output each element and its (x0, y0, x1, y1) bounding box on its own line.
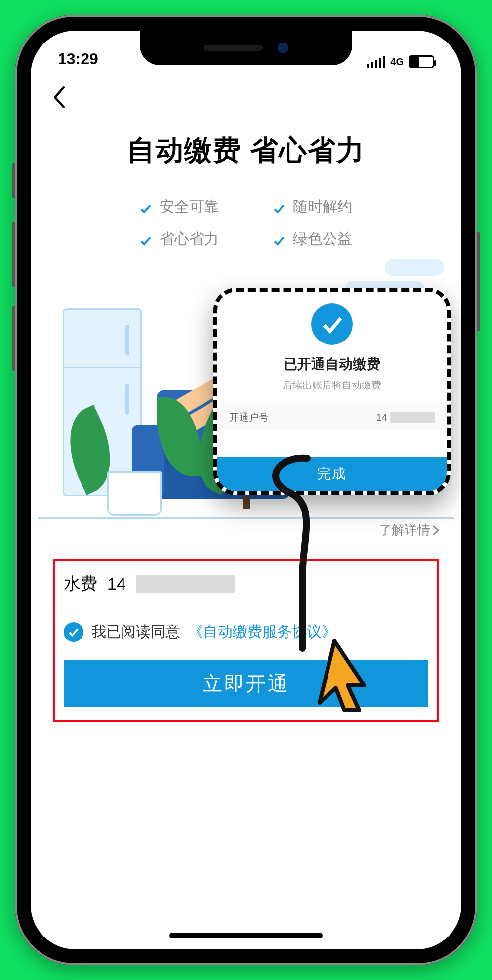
phone-frame: 13:29 4G 自动缴费 省心省力 安 (15, 15, 477, 965)
screen: 13:29 4G 自动缴费 省心省力 安 (31, 31, 461, 949)
popup-account-row: 开通户号 14 (217, 404, 447, 430)
popup-account-prefix: 14 (376, 412, 387, 423)
status-time: 13:29 (58, 50, 98, 68)
battery-icon (409, 55, 434, 68)
back-button[interactable] (48, 86, 71, 109)
popup-account-redacted (390, 412, 435, 423)
feature-item: 绿色公益 (273, 229, 352, 249)
feature-label: 安全可靠 (160, 197, 219, 217)
feature-item: 安全可靠 (140, 197, 219, 217)
account-prefix: 14 (107, 574, 126, 594)
agreement-text: 我已阅读同意 (91, 622, 180, 642)
feature-label: 绿色公益 (293, 229, 352, 249)
feature-label: 省心省力 (160, 229, 219, 249)
popup-done-button[interactable]: 完成 (217, 457, 447, 491)
volume-down-button (12, 306, 15, 371)
chevron-right-icon (432, 525, 439, 536)
activate-button[interactable]: 立即开通 (64, 660, 428, 707)
account-redacted (136, 575, 235, 593)
popup-subtitle: 后续出账后将自动缴费 (283, 379, 381, 392)
power-button (477, 232, 480, 331)
learn-more-label: 了解详情 (379, 521, 430, 539)
learn-more-link[interactable]: 了解详情 (379, 521, 439, 539)
feature-item: 随时解约 (273, 197, 352, 217)
feature-label: 随时解约 (293, 197, 352, 217)
bill-type: 水费 (64, 572, 97, 595)
agreement-checkbox[interactable] (64, 622, 83, 642)
chevron-left-icon (52, 86, 66, 108)
check-icon (140, 201, 152, 213)
activation-panel: 水费 14 我已阅读同意 《自动缴费服务协议》 立即开通 (53, 559, 439, 722)
popup-title: 已开通自动缴费 (284, 355, 380, 374)
success-check-icon (311, 303, 353, 345)
nav-bar (31, 75, 461, 120)
check-icon (273, 201, 285, 213)
status-network: 4G (390, 56, 404, 68)
svg-marker-0 (320, 641, 364, 710)
agreement-row: 我已阅读同意 《自动缴费服务协议》 (64, 622, 428, 642)
volume-up-button (12, 222, 15, 287)
notch (140, 31, 352, 65)
mute-switch (12, 163, 15, 198)
feature-list: 安全可靠 省心省力 随时解约 (53, 197, 439, 249)
signal-icon (367, 56, 385, 68)
account-row: 水费 14 (64, 572, 428, 595)
page-title: 自动缴费 省心省力 (53, 132, 439, 170)
check-icon (140, 233, 152, 245)
home-indicator[interactable] (169, 933, 323, 938)
check-icon (273, 233, 285, 245)
success-popup: 已开通自动缴费 后续出账后将自动缴费 开通户号 14 完成 (213, 288, 451, 495)
annotation-cursor-icon (302, 639, 367, 713)
popup-account-label: 开通户号 (229, 411, 269, 424)
feature-item: 省心省力 (140, 229, 219, 249)
check-icon (68, 627, 79, 638)
